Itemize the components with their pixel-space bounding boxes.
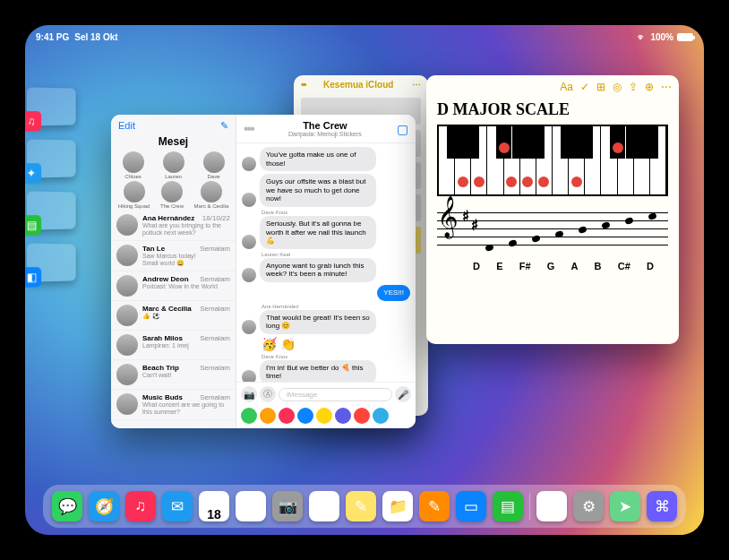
avatar — [116, 245, 138, 266]
conversation-list: Edit ✎ Mesej ChloesLaurenDave Hiking Squ… — [111, 115, 236, 428]
pin-label: Hiking Squad — [118, 203, 150, 209]
status-date: Sel 18 Okt — [74, 32, 117, 42]
sharp-icon: ♯ — [462, 207, 469, 226]
message-row: I'm in! But we better do 🍕 this time! — [242, 360, 410, 382]
music-app[interactable]: ♫ — [125, 491, 156, 521]
shortcuts-app[interactable]: ⌘ — [647, 491, 677, 521]
edit-button[interactable]: Edit — [118, 120, 135, 132]
conv-preview: Podcast: Wow in the World — [142, 283, 230, 290]
sender-label: Dave Knox — [262, 210, 410, 215]
message-bubble[interactable]: Guys our offsite was a blast but we have… — [260, 174, 376, 207]
thread-title[interactable]: The Crew — [288, 120, 362, 131]
stage-keynote[interactable]: ◧ — [27, 243, 76, 281]
notes-tool-icon[interactable]: ⋯ — [661, 81, 672, 93]
pages-app[interactable]: ✎ — [419, 491, 450, 521]
messages-app[interactable]: 💬 — [52, 491, 82, 521]
notes-tool-icon[interactable]: Aa — [560, 81, 573, 93]
avatar — [116, 334, 138, 356]
stage-safari[interactable]: ✦ — [27, 139, 76, 177]
scale-note-label: B — [595, 261, 602, 271]
notes-tool-icon[interactable]: ✓ — [580, 81, 589, 93]
dock: 💬🧭♫✉SEL18✿📷☑✎📁✎▭▤⧉⚙➤⌘ — [43, 485, 686, 528]
keynote-app[interactable]: ▭ — [456, 491, 486, 521]
messages-window[interactable]: Edit ✎ Mesej ChloesLaurenDave Hiking Squ… — [111, 115, 416, 428]
files-app[interactable]: 📁 — [382, 491, 413, 521]
appstore-icon[interactable]: Ⓐ — [260, 386, 276, 402]
scale-note-label: D — [473, 261, 480, 271]
stagemanager-app[interactable]: ⧉ — [536, 491, 567, 521]
conv-preview: What are you bringing to the potluck nex… — [142, 222, 230, 237]
avatar — [123, 151, 144, 173]
conversation-row[interactable]: Ana Hernández 18/10/22 What are you brin… — [111, 211, 236, 241]
conv-preview: Can't wait! — [142, 372, 230, 379]
scale-note-label: C# — [618, 261, 630, 271]
conv-name: Music Buds — [142, 393, 183, 401]
notes-tool-icon[interactable]: ⇪ — [629, 81, 638, 93]
photos-app[interactable]: ✿ — [236, 491, 266, 521]
camera-app[interactable]: 📷 — [272, 491, 303, 521]
avatar — [242, 320, 256, 334]
conv-time: Semalam — [200, 275, 230, 283]
message-bubble[interactable]: Seriously. But it's all gonna be worth i… — [260, 216, 376, 249]
scale-note-label: E — [496, 261, 502, 271]
facetime-icon[interactable]: ▢ — [397, 122, 408, 136]
conversation-row[interactable]: Music Buds Semalam What concert are we g… — [111, 390, 236, 420]
conv-name: Marc & Cecilia — [142, 305, 192, 313]
settings-app[interactable]: ⚙ — [573, 491, 604, 521]
stage-numbers[interactable]: ▤ — [27, 191, 76, 229]
battery-pct: 100% — [650, 32, 673, 42]
pinned-contact[interactable]: Lauren — [163, 151, 184, 179]
more-icon[interactable]: ⋯ — [412, 80, 421, 90]
message-row: Seriously. But it's all gonna be worth i… — [242, 216, 410, 249]
thread-pane: ••• The Crew Daripada: Memoji Stickers ▢… — [236, 115, 416, 428]
stage-music[interactable]: ♫ — [27, 87, 76, 125]
message-bubble[interactable]: That would be great! It's been so long 😊 — [260, 310, 376, 334]
pinned-contact[interactable]: The Crew — [160, 181, 184, 209]
message-bubble[interactable]: YES!!! — [377, 285, 410, 301]
dictate-icon[interactable]: 🎤 — [395, 386, 411, 402]
window-controls-icon[interactable]: ••• — [244, 121, 253, 137]
dock-separator — [529, 493, 530, 520]
message-input[interactable]: iMessage — [279, 388, 392, 401]
pinned-contact[interactable]: Marc & Cecilia — [194, 181, 229, 209]
conversation-row[interactable]: Andrew Deon Semalam Podcast: Wow in the … — [111, 271, 236, 301]
reminders-app[interactable]: ☑ — [309, 491, 339, 521]
message-row: Guys our offsite was a blast but we have… — [242, 174, 410, 207]
camera-icon[interactable]: 📷 — [241, 386, 257, 402]
numbers-app[interactable]: ▤ — [493, 491, 523, 521]
avatar — [161, 181, 183, 202]
pinned-contact[interactable]: Chloes — [123, 151, 144, 179]
conversation-row[interactable]: Marc & Cecilia Semalam 👍 ⚽ — [111, 301, 236, 331]
pinned-contact[interactable]: Dave — [203, 151, 225, 179]
safari-app[interactable]: 🧭 — [89, 491, 119, 521]
message-bubble[interactable]: You've gotta make us one of those! — [260, 147, 376, 171]
notes-app[interactable]: ✎ — [346, 491, 376, 521]
scale-note-label: F# — [519, 261, 531, 271]
imessage-app-strip[interactable] — [236, 406, 416, 428]
conv-time: Semalam — [200, 393, 230, 401]
conversation-row[interactable]: Beach Trip Semalam Can't wait! — [111, 360, 236, 390]
scale-note-label: D — [647, 261, 654, 271]
pinned-contact[interactable]: Hiking Squad — [118, 181, 150, 209]
maps-app[interactable]: ➤ — [610, 491, 640, 521]
notes-tool-icon[interactable]: ⊞ — [596, 81, 605, 93]
notes-tool-icon[interactable]: ◎ — [613, 81, 622, 93]
message-bubble[interactable]: Anyone want to grab lunch this week? It'… — [260, 258, 376, 282]
window-controls-icon[interactable]: ••• — [301, 80, 305, 90]
mail-app[interactable]: ✉ — [162, 491, 193, 521]
conv-time: 18/10/22 — [202, 214, 230, 222]
avatar — [201, 181, 222, 202]
message-bubble[interactable]: I'm in! But we better do 🍕 this time! — [260, 360, 376, 382]
compose-button[interactable]: ✎ — [220, 120, 228, 132]
notes-tool-icon[interactable]: ⊕ — [645, 81, 654, 93]
conversation-row[interactable]: Sarah Milos Semalam Lampiran: 1 imej — [111, 331, 236, 360]
conv-preview: Saw Marcus today!Small world 😄 — [142, 253, 230, 267]
calendar-app[interactable]: SEL18 — [199, 491, 229, 521]
tapback-reaction: 🥳 👏 — [262, 337, 410, 351]
pin-label: Chloes — [124, 174, 142, 179]
notes-editor-window[interactable]: Aa✓⊞◎⇪⊕⋯ D MAJOR SCALE 𝄞 ♯ ♯ DEF#GABC#D — [426, 75, 679, 344]
sender-label: Dave Knox — [262, 354, 410, 359]
conversation-row[interactable]: Tan Le Semalam Saw Marcus today!Small wo… — [111, 241, 236, 271]
wifi-icon: ᯤ — [638, 32, 647, 42]
thread-subtitle: Daripada: Memoji Stickers — [288, 131, 362, 137]
